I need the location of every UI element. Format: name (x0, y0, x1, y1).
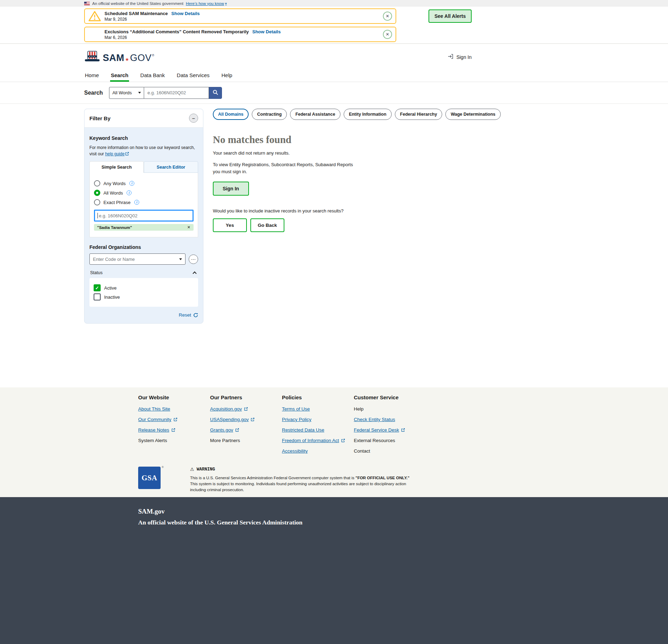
go-back-button[interactable]: Go Back (250, 218, 284, 232)
dark-footer-subtitle: An official website of the U.S. General … (138, 519, 668, 526)
alert-date: Mar 9, 2026 (104, 17, 379, 22)
federal-organizations-select[interactable]: Enter Code or Name (89, 253, 185, 265)
footer-col-title: Our Website (138, 394, 210, 400)
scope-value: All Words (112, 90, 131, 95)
org-select-placeholder: Enter Code or Name (93, 257, 135, 262)
footer-link-about-this-site[interactable]: About This Site (138, 406, 170, 412)
link-label: Federal Service Desk (354, 427, 399, 433)
link-label: Our Community (138, 417, 171, 422)
search-input[interactable] (144, 87, 209, 99)
warning-paragraph-1: This is a U.S. General Services Administ… (190, 475, 417, 493)
footer-link-acquisition-gov[interactable]: Acquisition.gov (210, 406, 248, 412)
alert-body: Scheduled SAM Maintenance Show Details M… (104, 11, 379, 22)
logo-gov-text: GOV (130, 53, 152, 63)
footer-link-contact[interactable]: Contact (354, 448, 370, 454)
alert-title: Scheduled SAM Maintenance (104, 11, 168, 16)
nav-data-bank[interactable]: Data Bank (140, 70, 166, 82)
sam-gov-logo[interactable]: SAM ★ GOV ® (84, 51, 154, 63)
sign-in-button[interactable]: Sign In (213, 182, 249, 196)
show-details-link[interactable]: Show Details (171, 11, 200, 16)
checkbox-label: Inactive (104, 294, 120, 300)
yes-button[interactable]: Yes (213, 218, 247, 232)
footer-link-privacy-policy[interactable]: Privacy Policy (282, 417, 311, 422)
footer-link-accessibility[interactable]: Accessibility (282, 448, 308, 454)
radio-exact-phrase[interactable]: Exact Phrase i (94, 199, 194, 205)
alert-body: Exclusions “Additional Comments” Content… (104, 29, 379, 40)
banner-how-link[interactable]: Here’s how you know ▾ (186, 1, 227, 6)
footer-link-release-notes[interactable]: Release Notes (138, 427, 175, 433)
tab-search-editor[interactable]: Search Editor (144, 161, 198, 173)
footer-link-foia[interactable]: Freedom of Information Act (282, 438, 345, 443)
search-scope-select[interactable]: All Words (109, 87, 144, 99)
refresh-icon (193, 313, 198, 318)
tab-simple-search[interactable]: Simple Search (89, 161, 144, 173)
dark-footer-title: SAM.gov (138, 508, 668, 515)
header-sign-in-link[interactable]: Sign In (447, 53, 472, 61)
sign-in-label: Sign In (456, 54, 472, 60)
footer-link-federal-service-desk[interactable]: Federal Service Desk (354, 427, 405, 433)
footer-link-more-partners[interactable]: More Partners (210, 438, 240, 443)
radio-label: Exact Phrase (103, 200, 130, 205)
footer-link-help[interactable]: Help (354, 406, 364, 412)
info-icon[interactable]: i (127, 190, 131, 195)
pill-wage-determinations[interactable]: Wage Determinations (445, 109, 500, 120)
nav-search[interactable]: Search (110, 70, 129, 82)
footer-link-usaspending-gov[interactable]: USASpending.gov (210, 417, 255, 422)
warning-p1-post: This system is subject to monitoring. In… (190, 482, 406, 492)
close-icon[interactable]: ✕ (383, 30, 392, 39)
info-icon[interactable]: i (134, 200, 139, 205)
footer-col-title: Customer Service (354, 394, 426, 400)
status-section-header[interactable]: Status (89, 270, 198, 278)
gsa-logo: GSA (138, 467, 161, 489)
footer-link-grants-gov[interactable]: Grants.gov (210, 427, 239, 433)
pill-all-domains[interactable]: All Domains (213, 109, 249, 120)
footer-link-external-resources[interactable]: External Resources (354, 438, 395, 443)
domain-filter-pills: All Domains Contracting Federal Assistan… (213, 109, 474, 120)
footer-col-policies: Policies Terms of Use Privacy Policy Res… (282, 394, 354, 459)
pill-federal-hierarchy[interactable]: Federal Hierarchy (395, 109, 443, 120)
see-all-alerts-button[interactable]: See All Alerts (429, 9, 472, 23)
footer-link-restricted-data-use[interactable]: Restricted Data Use (282, 427, 324, 433)
alert-title: Exclusions “Additional Comments” Content… (104, 29, 249, 34)
help-guide-label: help guide (105, 151, 124, 156)
reset-filters-link[interactable]: Reset (89, 312, 198, 318)
info-icon[interactable]: i (129, 181, 134, 186)
link-label: USASpending.gov (210, 417, 249, 422)
show-details-link[interactable]: Show Details (252, 29, 281, 34)
star-icon: ★ (125, 57, 129, 62)
external-link-icon (174, 418, 177, 421)
nav-help[interactable]: Help (221, 70, 233, 82)
checkbox-inactive[interactable]: Inactive (94, 293, 194, 300)
org-more-options-button[interactable]: … (189, 255, 198, 264)
pill-entity-information[interactable]: Entity Information (344, 109, 392, 120)
link-label: Release Notes (138, 427, 169, 433)
gsa-logo-wrap: GSA ® (138, 467, 161, 489)
footer-link-our-community[interactable]: Our Community (138, 417, 177, 422)
collapse-filters-button[interactable]: − (189, 114, 198, 123)
external-link-icon (235, 428, 239, 432)
pill-contracting[interactable]: Contracting (252, 109, 287, 120)
help-guide-link[interactable]: help guide (105, 151, 129, 156)
footer-col-title: Our Partners (210, 394, 282, 400)
footer-link-system-alerts[interactable]: System Alerts (138, 438, 167, 443)
nav-home[interactable]: Home (84, 70, 100, 82)
footer-link-check-entity-status[interactable]: Check Entity Status (354, 417, 395, 422)
footer-columns: Our Website About This Site Our Communit… (138, 394, 668, 459)
nav-data-services[interactable]: Data Services (176, 70, 210, 82)
filter-panel-body: Keyword Search For more information on h… (85, 128, 203, 323)
footer-col-customer-service: Customer Service Help Check Entity Statu… (354, 394, 426, 459)
radio-all-words[interactable]: All Words i (94, 190, 194, 196)
minus-icon: − (192, 115, 195, 121)
footer-link-terms-of-use[interactable]: Terms of Use (282, 406, 310, 412)
pill-federal-assistance[interactable]: Federal Assistance (290, 109, 340, 120)
radio-any-words[interactable]: Any Words i (94, 180, 194, 187)
checkbox-active[interactable]: ✓ Active (94, 284, 194, 291)
search-submit-button[interactable] (209, 87, 222, 99)
warning-icon: ⚠ (190, 467, 194, 472)
chip-remove-icon[interactable]: ✕ (187, 225, 190, 230)
keyword-input[interactable] (94, 210, 194, 222)
close-icon[interactable]: ✕ (383, 12, 392, 21)
checkbox-checked: ✓ (94, 284, 101, 291)
inactive-question-buttons: Yes Go Back (213, 218, 474, 232)
dark-footer: SAM.gov An official website of the U.S. … (0, 497, 668, 644)
